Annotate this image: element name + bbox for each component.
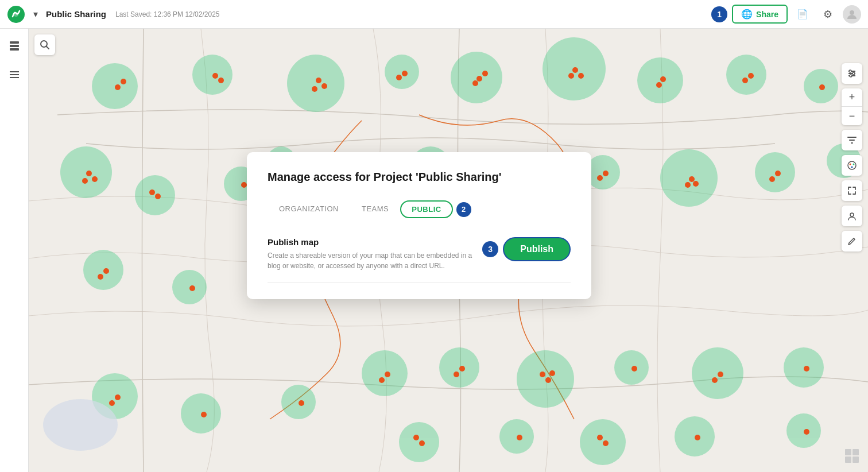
svg-point-64 bbox=[748, 73, 754, 79]
manage-access-modal: Manage access for Project 'Public Sharin… bbox=[247, 152, 591, 299]
svg-point-86 bbox=[693, 181, 699, 187]
svg-point-122 bbox=[849, 70, 851, 72]
svg-point-68 bbox=[92, 176, 98, 182]
modal-divider bbox=[268, 283, 571, 283]
svg-point-116 bbox=[43, 399, 118, 451]
svg-point-61 bbox=[568, 73, 574, 79]
svg-point-66 bbox=[819, 84, 825, 90]
svg-point-71 bbox=[149, 189, 155, 195]
svg-point-65 bbox=[742, 78, 748, 83]
svg-point-62 bbox=[660, 76, 666, 82]
svg-point-104 bbox=[804, 366, 809, 372]
svg-point-129 bbox=[850, 213, 854, 216]
tab-organization[interactable]: ORGANIZATION bbox=[268, 200, 350, 219]
svg-point-1 bbox=[14, 12, 18, 17]
tab-teams[interactable]: TEAMS bbox=[350, 200, 400, 219]
step-badge-1: 1 bbox=[711, 6, 727, 22]
svg-point-128 bbox=[851, 167, 853, 168]
svg-point-107 bbox=[201, 412, 207, 417]
svg-point-58 bbox=[472, 80, 478, 86]
svg-point-106 bbox=[109, 400, 115, 406]
svg-point-96 bbox=[459, 366, 465, 372]
svg-point-57 bbox=[482, 71, 488, 76]
user-avatar[interactable] bbox=[843, 5, 861, 24]
svg-point-125 bbox=[848, 161, 856, 169]
svg-point-103 bbox=[712, 377, 718, 383]
publish-button[interactable]: Publish bbox=[503, 237, 571, 261]
svg-point-123 bbox=[852, 72, 855, 75]
svg-point-36 bbox=[614, 350, 649, 385]
svg-point-88 bbox=[769, 176, 775, 182]
svg-point-95 bbox=[379, 377, 385, 383]
svg-point-111 bbox=[517, 435, 522, 440]
svg-point-14 bbox=[451, 52, 502, 103]
svg-point-82 bbox=[603, 171, 609, 176]
user-layer-button[interactable] bbox=[842, 206, 862, 226]
svg-point-44 bbox=[580, 419, 626, 465]
svg-point-124 bbox=[850, 75, 852, 77]
svg-rect-5 bbox=[10, 48, 19, 51]
svg-rect-3 bbox=[10, 41, 19, 44]
right-toolbar: + − bbox=[842, 63, 862, 252]
svg-point-113 bbox=[597, 435, 603, 440]
svg-point-55 bbox=[396, 75, 402, 80]
svg-point-20 bbox=[135, 175, 175, 215]
svg-point-12 bbox=[287, 55, 344, 112]
zoom-out-button[interactable]: − bbox=[842, 107, 862, 125]
svg-point-35 bbox=[517, 350, 574, 408]
svg-point-45 bbox=[675, 416, 715, 456]
zoom-controls: + − bbox=[842, 88, 862, 125]
publish-text: Publish map Create a shareable version o… bbox=[268, 237, 473, 271]
svg-point-59 bbox=[572, 67, 578, 73]
svg-point-91 bbox=[98, 274, 103, 280]
draw-button[interactable] bbox=[842, 231, 862, 252]
app-logo[interactable] bbox=[7, 5, 25, 24]
palette-button[interactable] bbox=[842, 155, 862, 176]
step-badge-3: 3 bbox=[482, 241, 498, 257]
svg-point-27 bbox=[660, 149, 718, 207]
share-label: Share bbox=[756, 10, 778, 19]
svg-point-10 bbox=[92, 63, 138, 109]
svg-point-98 bbox=[545, 377, 551, 383]
svg-point-83 bbox=[597, 175, 603, 181]
svg-point-126 bbox=[850, 164, 851, 165]
globe-icon: 🌐 bbox=[741, 9, 753, 20]
svg-point-101 bbox=[631, 366, 637, 372]
svg-point-70 bbox=[155, 194, 161, 199]
zoom-in-button[interactable]: + bbox=[842, 88, 862, 107]
publish-button-wrap: 3 Publish bbox=[482, 237, 571, 261]
sliders-icon-button[interactable]: ⚙ bbox=[817, 4, 838, 25]
svg-point-72 bbox=[241, 182, 247, 188]
expand-button[interactable] bbox=[842, 180, 862, 201]
document-icon-button[interactable]: 📄 bbox=[792, 4, 813, 25]
tab-public[interactable]: PUBLIC bbox=[400, 200, 452, 218]
map-settings-button[interactable] bbox=[842, 63, 862, 84]
mini-map-button[interactable] bbox=[842, 446, 862, 466]
publish-heading: Publish map bbox=[268, 237, 473, 247]
svg-point-37 bbox=[692, 347, 743, 399]
filter-button[interactable] bbox=[842, 130, 862, 150]
svg-point-100 bbox=[549, 370, 555, 376]
svg-point-53 bbox=[312, 86, 317, 92]
svg-rect-4 bbox=[10, 45, 19, 47]
svg-point-114 bbox=[695, 435, 700, 440]
map-search-button[interactable] bbox=[34, 34, 55, 55]
svg-point-127 bbox=[853, 164, 855, 165]
svg-rect-133 bbox=[852, 456, 859, 463]
svg-line-118 bbox=[46, 47, 49, 49]
svg-point-41 bbox=[281, 385, 316, 419]
svg-point-102 bbox=[718, 372, 723, 377]
share-button[interactable]: 🌐 Share bbox=[732, 5, 788, 24]
svg-point-60 bbox=[578, 73, 584, 79]
svg-point-2 bbox=[850, 10, 854, 15]
svg-point-115 bbox=[804, 429, 809, 435]
list-button[interactable] bbox=[4, 64, 25, 85]
svg-point-40 bbox=[181, 393, 221, 434]
layers-button[interactable] bbox=[4, 36, 25, 56]
svg-point-50 bbox=[218, 78, 224, 83]
svg-point-84 bbox=[689, 176, 695, 182]
header: ▾ Public Sharing Last Saved: 12:36 PM 12… bbox=[0, 0, 868, 29]
header-dropdown-button[interactable]: ▾ bbox=[30, 9, 41, 20]
svg-point-87 bbox=[775, 171, 781, 176]
step-badge-2: 2 bbox=[456, 202, 471, 217]
